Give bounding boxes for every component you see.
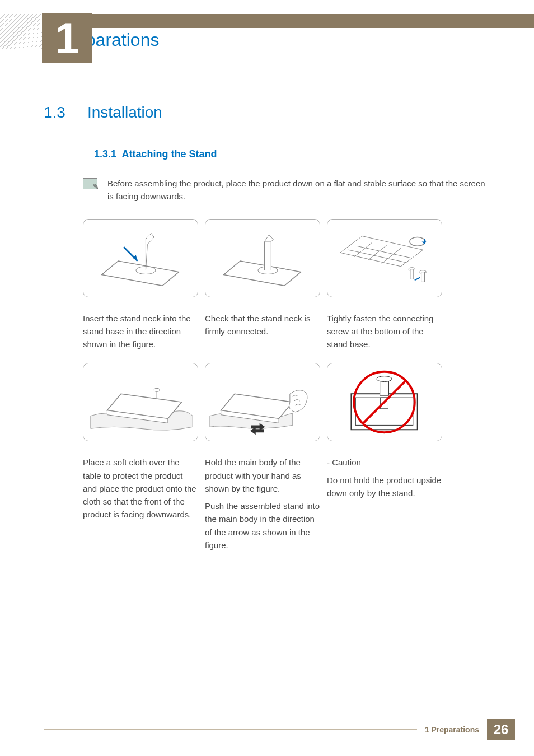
step-caption: Check that the stand neck is firmly conn… — [205, 312, 320, 338]
figure-hold-body — [205, 363, 320, 441]
note-text: Before assembling the product, place the… — [107, 177, 490, 203]
step-cell: Place a soft cloth over the table to pro… — [83, 363, 198, 556]
svg-point-28 — [377, 376, 392, 382]
steps-grid: Insert the stand neck into the stand bas… — [83, 219, 490, 557]
figure-insert-neck — [83, 219, 198, 297]
step-caption: Insert the stand neck into the stand bas… — [83, 312, 198, 351]
section-heading: 1.3Installation — [44, 104, 490, 122]
svg-marker-2 — [133, 255, 138, 261]
svg-point-20 — [154, 389, 160, 392]
note-icon — [83, 178, 97, 189]
page-footer: 1 Preparations 26 — [44, 719, 534, 740]
figure-check-neck — [205, 219, 320, 297]
footer-rule — [44, 729, 417, 730]
svg-rect-27 — [380, 380, 389, 396]
svg-marker-12 — [422, 241, 427, 244]
svg-rect-16 — [421, 272, 425, 282]
note-row: Before assembling the product, place the… — [83, 177, 490, 203]
page-content: 1.3Installation 1.3.1 Attaching the Stan… — [44, 104, 490, 556]
step-caption: Place a soft cloth over the table to pro… — [83, 456, 198, 521]
subsection-number: 1.3.1 — [94, 148, 116, 160]
step-cell: Tightly fasten the connecting screw at t… — [327, 219, 442, 351]
section-number: 1.3 — [44, 104, 87, 122]
chapter-header: 1 Preparations — [0, 14, 534, 49]
subsection-title: Attaching the Stand — [121, 148, 217, 160]
svg-point-11 — [410, 237, 425, 246]
figure-caution — [327, 363, 442, 441]
figure-fasten-screw — [327, 219, 442, 297]
step-caption: - Caution Do not hold the product upside… — [327, 456, 442, 500]
step-caption: Tightly fasten the connecting screw at t… — [327, 312, 442, 351]
step-caption: Hold the main body of the product with y… — [205, 456, 320, 552]
footer-page-number: 26 — [487, 719, 515, 740]
chapter-number: 1 — [42, 13, 92, 63]
step-cell: Hold the main body of the product with y… — [205, 363, 320, 556]
hatch-decoration — [0, 14, 42, 49]
subsection-heading: 1.3.1 Attaching the Stand — [94, 148, 490, 160]
footer-label: 1 Preparations — [417, 725, 487, 734]
step-cell: Insert the stand neck into the stand bas… — [83, 219, 198, 351]
step-cell: Check that the stand neck is firmly conn… — [205, 219, 320, 351]
step-cell: - Caution Do not hold the product upside… — [327, 363, 442, 556]
figure-soft-cloth — [83, 363, 198, 441]
section-title: Installation — [87, 104, 162, 121]
svg-rect-14 — [410, 269, 414, 279]
